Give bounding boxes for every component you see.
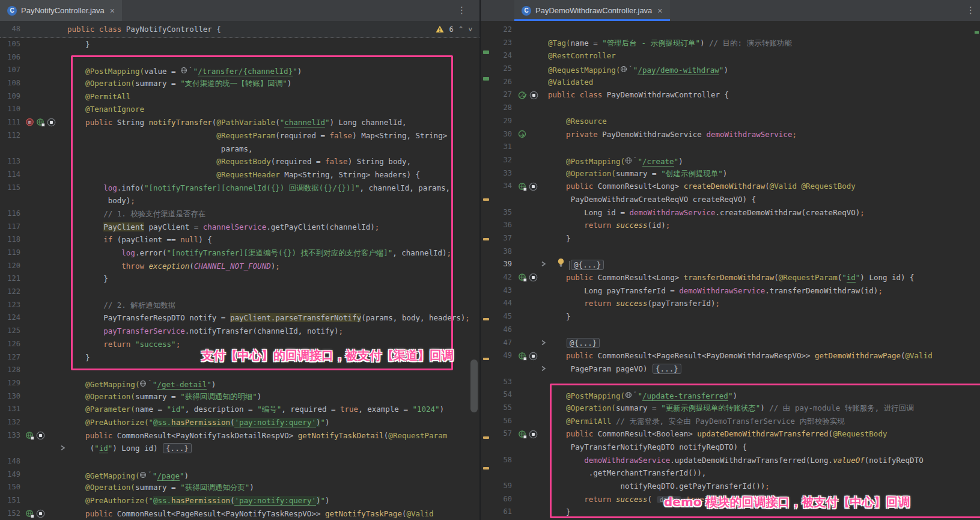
gutter[interactable] bbox=[512, 76, 548, 89]
fold-arrow-icon[interactable] bbox=[541, 260, 546, 268]
line-number[interactable] bbox=[0, 194, 20, 207]
code-line[interactable]: 49 public CommonResult<PageResult<PayDem… bbox=[481, 349, 980, 362]
code-line[interactable]: 130 @Operation(summary = "获得回调通知的明细") bbox=[0, 390, 479, 403]
fold-arrow-icon[interactable] bbox=[541, 339, 546, 346]
gutter[interactable] bbox=[512, 441, 548, 454]
api-doc-icon[interactable] bbox=[529, 430, 538, 439]
line-number[interactable]: 49 bbox=[481, 349, 512, 362]
code-line[interactable]: 133 public CommonResult<PayNotifyTaskDet… bbox=[0, 429, 479, 442]
gutter[interactable] bbox=[512, 415, 548, 428]
gutter[interactable] bbox=[512, 23, 548, 37]
code-line[interactable]: 27public class PayDemoWithdrawController… bbox=[481, 88, 980, 102]
method-marker-icon[interactable]: m bbox=[25, 118, 34, 127]
line-number[interactable]: 58 bbox=[481, 454, 512, 467]
gutter[interactable] bbox=[512, 232, 548, 245]
line-number[interactable]: 108 bbox=[0, 77, 20, 90]
code-line[interactable]: 22 bbox=[481, 23, 980, 37]
gutter[interactable] bbox=[20, 207, 67, 221]
run-test-icon[interactable] bbox=[518, 91, 528, 100]
gutter[interactable] bbox=[512, 271, 548, 284]
code-line[interactable]: 43 Long payTransferId = demoWithdrawServ… bbox=[481, 284, 980, 298]
line-number[interactable]: 127 bbox=[0, 351, 20, 364]
line-number[interactable]: 106 bbox=[0, 51, 20, 64]
endpoint-globe-icon[interactable] bbox=[518, 352, 527, 361]
api-doc-icon[interactable] bbox=[36, 431, 45, 440]
gutter[interactable] bbox=[20, 129, 67, 142]
gutter[interactable]: m bbox=[20, 116, 67, 129]
vcs-modified-marker[interactable] bbox=[483, 358, 489, 360]
prev-issue-icon[interactable]: ^ bbox=[459, 25, 463, 33]
line-number[interactable]: 130 bbox=[0, 390, 20, 403]
line-number[interactable]: 61 bbox=[481, 506, 512, 519]
tab-paynotifycontroller[interactable]: C PayNotifyController.java × bbox=[0, 0, 122, 21]
line-number[interactable]: 42 bbox=[481, 271, 512, 284]
error-stripe-mark[interactable] bbox=[975, 31, 979, 34]
url-globe-icon[interactable] bbox=[620, 66, 628, 73]
fold-arrow-icon[interactable] bbox=[541, 365, 546, 372]
line-number[interactable]: 56 bbox=[481, 415, 512, 428]
gutter[interactable] bbox=[512, 310, 548, 323]
line-number[interactable]: 32 bbox=[481, 154, 512, 167]
gutter[interactable] bbox=[20, 468, 67, 482]
vcs-added-marker[interactable] bbox=[483, 50, 489, 54]
code-line[interactable]: 30 private PayDemoWithdrawService demoWi… bbox=[481, 128, 980, 141]
code-line[interactable]: 47 @{...} bbox=[481, 337, 980, 350]
code-line[interactable]: 118 if (payClient == null) { bbox=[0, 233, 479, 246]
code-line[interactable]: 25@RequestMapping(ˇ"/pay/demo-withdraw") bbox=[481, 63, 980, 76]
line-number[interactable]: 105 bbox=[0, 38, 20, 51]
gutter[interactable] bbox=[512, 349, 548, 362]
line-number[interactable]: 133 bbox=[0, 429, 20, 442]
code-line[interactable]: 106 bbox=[0, 51, 479, 64]
line-number[interactable]: 117 bbox=[0, 221, 20, 234]
gutter[interactable] bbox=[20, 286, 67, 299]
api-doc-icon[interactable] bbox=[529, 91, 538, 100]
code-line[interactable]: 125 payTransferService.notifyTransfer(ch… bbox=[0, 325, 479, 338]
line-number[interactable]: 151 bbox=[0, 494, 20, 507]
tab-close-icon[interactable]: × bbox=[110, 7, 115, 15]
line-number[interactable]: 35 bbox=[481, 206, 512, 219]
url-globe-icon[interactable] bbox=[139, 471, 147, 479]
sticky-class-header[interactable]: 48 public class PayNotifyController { 6 … bbox=[0, 21, 479, 38]
code-line[interactable]: 152 public CommonResult<PageResult<PayNo… bbox=[0, 507, 479, 520]
code-line[interactable]: 46 bbox=[481, 323, 980, 337]
gutter[interactable] bbox=[20, 260, 67, 273]
gutter[interactable] bbox=[20, 299, 67, 312]
gutter[interactable] bbox=[20, 442, 67, 455]
code-line[interactable]: 151 @PreAuthorize("@ss.hasPermission('pa… bbox=[0, 494, 479, 507]
line-number[interactable]: 111 bbox=[0, 116, 20, 129]
code-line[interactable]: 120 throw exception(CHANNEL_NOT_FOUND); bbox=[0, 260, 479, 273]
line-number[interactable]: 33 bbox=[481, 167, 512, 180]
code-line[interactable]: 45 } bbox=[481, 310, 980, 323]
api-doc-icon[interactable] bbox=[529, 352, 538, 361]
vcs-modified-marker[interactable] bbox=[483, 467, 489, 470]
endpoint-globe-icon[interactable] bbox=[25, 509, 34, 518]
line-number[interactable]: 36 bbox=[481, 219, 512, 232]
code-line[interactable]: 148 bbox=[0, 455, 479, 468]
line-number[interactable] bbox=[0, 442, 20, 455]
code-line[interactable]: 29 @Resource bbox=[481, 115, 980, 128]
code-line[interactable]: 53 bbox=[481, 376, 980, 389]
endpoint-globe-icon[interactable] bbox=[518, 182, 527, 191]
gutter[interactable] bbox=[512, 454, 548, 467]
url-globe-inlay[interactable]: ˇ bbox=[625, 154, 636, 167]
code-line[interactable]: 58 demoWithdrawService.updateDemoWithdra… bbox=[481, 454, 980, 467]
url-globe-inlay[interactable]: ˇ bbox=[139, 377, 151, 390]
url-globe-icon[interactable] bbox=[625, 391, 633, 399]
line-number[interactable] bbox=[481, 441, 512, 454]
code-line[interactable]: 57 public CommonResult<Boolean> updateDe… bbox=[481, 427, 980, 441]
code-line[interactable]: PageParam pageVO) {...} bbox=[481, 362, 980, 376]
gutter[interactable] bbox=[512, 480, 548, 493]
code-line[interactable]: .getMerchantTransferId()), bbox=[481, 466, 980, 480]
gutter[interactable] bbox=[20, 338, 67, 351]
line-number[interactable]: 53 bbox=[481, 376, 512, 389]
code-line[interactable]: 123 // 2. 解析通知数据 bbox=[0, 299, 479, 312]
tab-close-icon[interactable]: × bbox=[657, 7, 662, 15]
code-line[interactable]: 107 @PostMapping(value = ˇ"/transfer/{ch… bbox=[0, 64, 479, 77]
code-line[interactable]: 149 @GetMapping(ˇ"/page") bbox=[0, 468, 479, 482]
line-number[interactable]: 23 bbox=[481, 37, 512, 50]
gutter[interactable] bbox=[512, 466, 548, 480]
gutter[interactable] bbox=[20, 51, 67, 64]
line-number[interactable]: 60 bbox=[481, 493, 512, 506]
bean-navigate-icon[interactable] bbox=[518, 130, 528, 139]
gutter[interactable] bbox=[20, 246, 67, 260]
